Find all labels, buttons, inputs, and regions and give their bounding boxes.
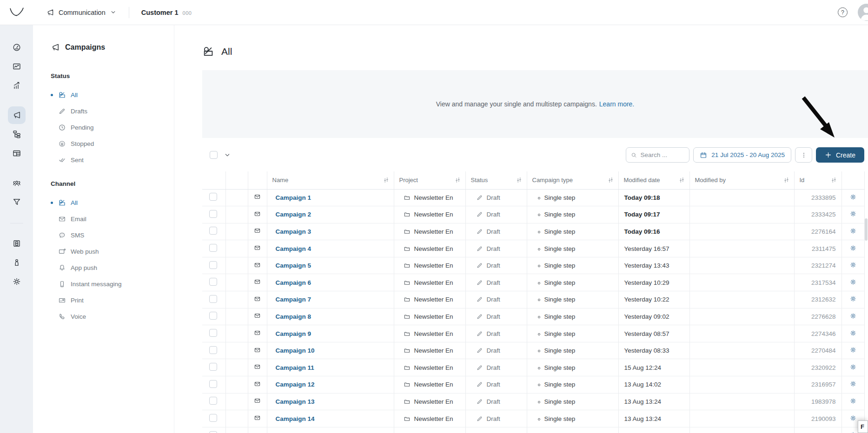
table-row[interactable]: Campaign 8Newsletter EnDraftSingle stepY… [202,308,864,325]
sidebar-item-channel-sms[interactable]: SMS [51,227,166,243]
row-actions-gear-icon[interactable] [849,431,857,433]
table-row[interactable]: Campaign 7Newsletter EnDraftSingle stepY… [202,291,864,308]
rail-item-dashboard[interactable] [8,39,26,56]
sidebar-item-status-all[interactable]: All [51,87,166,103]
table-row[interactable]: Campaign 2Newsletter EnDraftSingle stepT… [202,206,864,223]
table-row[interactable]: Campaign 10Newsletter EnDraftSingle step… [202,342,864,359]
sidebar-item-status-pending[interactable]: Pending [51,119,166,136]
date-range-button[interactable]: 21 Jul 2025 - 20 Aug 2025 [693,147,791,163]
row-actions-gear-icon[interactable] [849,193,857,201]
campaign-name-link[interactable]: Campaign 6 [276,279,311,286]
row-checkbox[interactable] [209,363,217,371]
row-checkbox[interactable] [209,312,217,320]
row-checkbox[interactable] [209,431,217,433]
sort-icon[interactable] [383,177,389,183]
select-all-checkbox[interactable] [210,151,218,159]
sidebar-item-status-stopped[interactable]: Stopped [51,136,166,152]
sidebar-item-channel-instant-messaging[interactable]: Instant messaging [51,276,166,292]
row-actions-gear-icon[interactable] [849,414,857,422]
rail-item-audiences[interactable] [8,174,26,192]
row-actions-gear-icon[interactable] [849,363,857,371]
sort-icon[interactable] [455,177,461,183]
rail-item-analytics[interactable] [8,77,26,94]
table-row[interactable]: Campaign 12Newsletter EnDraftSingle step… [202,376,864,394]
campaign-name-link[interactable]: Campaign 8 [276,313,311,320]
rail-item-identity[interactable] [8,254,26,271]
search-input[interactable] [641,151,685,158]
more-options-button[interactable] [795,147,812,163]
table-row[interactable]: Campaign 1Newsletter EnDraftSingle stepT… [202,189,864,206]
rail-item-scenarios[interactable] [8,125,26,143]
column-header-modified-by[interactable]: Modified by [689,171,794,189]
table-row[interactable]: Campaign 5Newsletter EnDraftSingle stepY… [202,257,864,274]
table-row[interactable]: Campaign 14Newsletter EnDraftSingle step… [202,410,864,427]
campaign-name-link[interactable]: Campaign 14 [276,415,315,422]
row-actions-gear-icon[interactable] [849,329,857,337]
rail-item-settings[interactable] [8,273,26,290]
campaign-name-link[interactable]: Campaign 10 [276,347,315,354]
campaign-name-link[interactable]: Campaign 13 [276,398,315,405]
row-checkbox[interactable] [209,193,217,201]
row-actions-gear-icon[interactable] [849,397,857,405]
sort-icon[interactable] [831,177,837,183]
row-checkbox[interactable] [209,397,217,405]
column-header-id[interactable]: Id [794,171,841,189]
column-header-modified-date[interactable]: Modified date [618,171,689,189]
table-row[interactable]: Campaign 11Newsletter EnDraftSingle step… [202,359,864,376]
row-actions-gear-icon[interactable] [849,244,857,252]
row-actions-gear-icon[interactable] [849,380,857,387]
campaign-name-link[interactable]: Campaign 4 [276,245,311,252]
sidebar-item-status-sent[interactable]: Sent [51,152,166,168]
row-checkbox[interactable] [209,414,217,422]
search-box[interactable] [626,147,689,163]
row-checkbox[interactable] [209,227,217,235]
sort-icon[interactable] [679,177,685,183]
sidebar-item-status-drafts[interactable]: Drafts [51,103,166,119]
sidebar-item-channel-email[interactable]: Email [51,211,166,227]
row-actions-gear-icon[interactable] [849,312,857,320]
rail-item-data-tables[interactable] [8,144,26,162]
avatar[interactable] [858,4,868,21]
row-actions-gear-icon[interactable] [849,261,857,269]
sidebar-item-channel-all[interactable]: All [51,195,166,211]
table-row[interactable]: Campaign 13Newsletter EnDraftSingle step… [202,393,864,410]
rail-item-reports[interactable] [8,58,26,75]
rail-item-asset-manager[interactable] [8,235,26,252]
rail-item-campaigns[interactable] [8,106,26,124]
sidebar-item-channel-web-push[interactable]: Web push [51,243,166,260]
brand-logo[interactable] [0,7,33,18]
row-actions-gear-icon[interactable] [849,295,857,302]
project-selector[interactable]: Customer 1 000 [141,9,192,16]
sort-icon[interactable] [608,177,614,183]
sort-icon[interactable] [783,177,789,183]
campaign-name-link[interactable]: Campaign 1 [276,194,311,201]
campaign-name-link[interactable]: Campaign 12 [276,381,315,388]
row-actions-gear-icon[interactable] [849,346,857,354]
campaign-name-link[interactable]: Campaign 9 [276,330,311,337]
row-checkbox[interactable] [209,278,217,286]
scrollbar-thumb[interactable] [865,218,868,241]
learn-more-link[interactable]: Learn more. [599,100,634,108]
row-actions-gear-icon[interactable] [849,278,857,286]
campaign-name-link[interactable]: Campaign 11 [276,364,314,371]
row-checkbox[interactable] [209,295,217,303]
campaign-name-link[interactable]: Campaign 3 [276,228,311,235]
column-header-name[interactable]: Name [267,171,394,189]
column-header-status[interactable]: Status [465,171,527,189]
row-checkbox[interactable] [209,380,217,388]
table-row[interactable]: Campaign 6Newsletter EnDraftSingle stepY… [202,274,864,291]
sidebar-item-channel-voice[interactable]: Voice [51,308,166,325]
table-row[interactable]: Campaign 4Newsletter EnDraftSingle stepY… [202,240,864,257]
app-switcher[interactable]: Communication [46,8,117,17]
row-checkbox[interactable] [209,210,217,218]
campaign-name-link[interactable]: Campaign 5 [276,262,311,269]
row-checkbox[interactable] [209,346,217,354]
table-row[interactable]: DraftSingle step [202,427,864,433]
row-checkbox[interactable] [209,244,217,252]
table-row[interactable]: Campaign 9Newsletter EnDraftSingle stepY… [202,325,864,342]
row-checkbox[interactable] [209,329,217,337]
create-button[interactable]: Create [816,147,864,163]
row-checkbox[interactable] [209,261,217,269]
select-menu-chevron-icon[interactable] [224,151,231,159]
rail-item-funnels[interactable] [8,193,26,211]
